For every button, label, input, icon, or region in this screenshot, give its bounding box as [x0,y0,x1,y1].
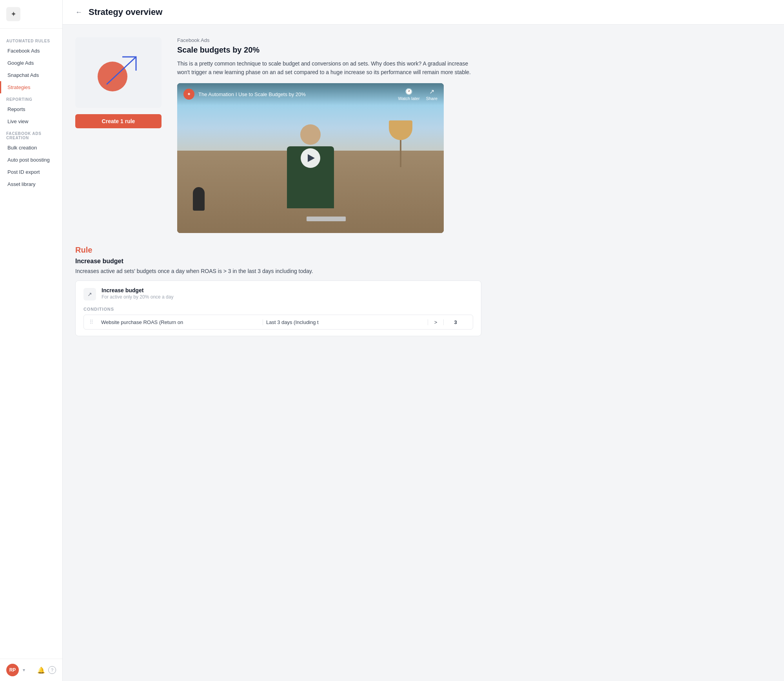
play-button[interactable] [301,148,320,168]
sidebar-section-label: REPORTING [0,93,62,103]
sidebar-section-label: AUTOMATED RULES [0,35,62,45]
sidebar: ✦ AUTOMATED RULESFacebook AdsGoogle AdsS… [0,0,63,681]
rule-card: ↗ Increase budget For active only by 20%… [75,280,481,336]
rule-card-icon: ↗ [83,288,96,300]
strategy-thumbnail-col: Create 1 rule [75,37,162,128]
rule-card-name: Increase budget [102,287,473,293]
chevron-down-icon[interactable]: ▾ [23,667,25,673]
sidebar-item-auto-post-boosting[interactable]: Auto post boosting [0,154,62,166]
microphone [193,187,205,211]
strategy-description: This is a pretty common technique to sca… [177,59,481,77]
topbar: ← Strategy overview [63,0,784,25]
condition-row: ⠿ Website purchase ROAS (Return on Last … [83,315,473,330]
video-logo-icon: ✦ [183,89,194,100]
watch-later-label: Watch later [398,96,419,101]
content-area: Create 1 rule Facebook Ads Scale budgets… [63,25,494,355]
sidebar-footer: RP ▾ 🔔 ? [0,659,62,681]
rule-section-heading: Rule [75,246,481,255]
share-label: Share [426,96,437,101]
laptop [307,217,346,221]
sidebar-item-live-view[interactable]: Live view [0,115,62,127]
rule-section: Rule Increase budget Increases active ad… [75,246,481,336]
sidebar-logo: ✦ [0,0,62,29]
sidebar-section-label: FACEBOOK ADS CREATION [0,127,62,142]
help-icon[interactable]: ? [48,666,56,674]
thumbnail-graphic [93,51,144,94]
create-rule-button[interactable]: Create 1 rule [75,114,162,128]
rule-description: Increases active ad sets' budgets once a… [75,268,481,274]
sidebar-item-strategies[interactable]: Strategies [0,81,62,93]
strategy-title: Scale budgets by 20% [177,46,481,55]
bell-icon[interactable]: 🔔 [37,666,45,674]
clock-icon: 🕐 [405,88,413,95]
sidebar-item-reports[interactable]: Reports [0,103,62,115]
main-content: ← Strategy overview Create 1 rule [63,0,784,681]
footer-icons: 🔔 ? [37,666,56,674]
conditions-label: CONDITIONS [83,307,473,311]
avatar[interactable]: RP [6,664,19,676]
play-triangle-icon [308,154,315,162]
watch-later-button[interactable]: 🕐 Watch later [398,88,419,101]
svg-point-0 [98,62,127,91]
sidebar-item-facebook-ads[interactable]: Facebook Ads [0,45,62,57]
video-logo-title: ✦ The Automation I Use to Scale Budgets … [183,89,306,100]
video-title-text: The Automation I Use to Scale Budgets by… [198,91,306,97]
video-container[interactable]: ✦ The Automation I Use to Scale Budgets … [177,83,444,233]
platform-label: Facebook Ads [177,37,481,43]
rule-card-subtitle: For active only by 20% once a day [102,294,473,300]
condition-value: 3 [444,319,467,325]
sidebar-item-bulk-creation[interactable]: Bulk creation [0,142,62,154]
sidebar-item-asset-library[interactable]: Asset library [0,178,62,190]
share-button[interactable]: ↗ Share [426,88,437,101]
condition-operator: > [428,319,444,325]
strategy-thumbnail [75,37,162,108]
sidebar-navigation: AUTOMATED RULESFacebook AdsGoogle AdsSna… [0,29,62,659]
strategy-info: Facebook Ads Scale budgets by 20% This i… [177,37,481,233]
lamp-silhouette [389,120,412,188]
back-button[interactable]: ← [75,8,82,16]
app-logo-icon: ✦ [6,7,20,21]
video-controls-right: 🕐 Watch later ↗ Share [398,88,437,101]
rule-title: Increase budget [75,258,481,265]
strategy-layout: Create 1 rule Facebook Ads Scale budgets… [75,37,481,233]
sidebar-item-post-id-export[interactable]: Post ID export [0,166,62,178]
rule-card-header: ↗ Increase budget For active only by 20%… [83,287,473,300]
share-icon: ↗ [429,88,434,95]
video-top-bar: ✦ The Automation I Use to Scale Budgets … [177,83,444,106]
rule-card-info: Increase budget For active only by 20% o… [102,287,473,300]
condition-timeframe: Last 3 days (Including t [263,319,428,325]
sidebar-item-snapchat-ads[interactable]: Snapchat Ads [0,69,62,81]
sidebar-item-google-ads[interactable]: Google Ads [0,57,62,69]
condition-metric: Website purchase ROAS (Return on [98,319,263,325]
page-title: Strategy overview [89,7,162,17]
drag-handle-icon: ⠿ [89,319,93,325]
